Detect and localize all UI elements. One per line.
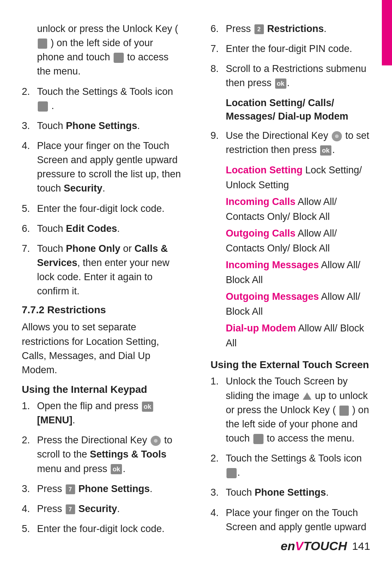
item-body: Place your finger on the Touch Screen an…: [37, 139, 181, 196]
settings-tools-icon: [38, 101, 48, 112]
brand-en: en: [281, 539, 295, 553]
location-header: Location Setting/ Calls/Messages/ Dial-u…: [226, 96, 370, 124]
restriction-label-dialup: Dial-up Modem: [226, 323, 296, 334]
settings-icon-2: [253, 434, 264, 444]
item-body: Open the flip and press ok [MENU].: [37, 399, 181, 427]
bold-security: Security: [78, 503, 117, 514]
restriction-incoming-messages: Incoming Messages Allow All/ Block All: [226, 258, 370, 287]
item-text: Touch the Settings & Tools icon: [37, 86, 173, 97]
item-body: Touch the Settings & Tools icon .: [37, 85, 181, 113]
restriction-label-location: Location Setting: [226, 165, 303, 176]
bold-phone-settings: Phone Settings: [78, 483, 150, 494]
ext-item-4: 4. Place your finger on the Touch Screen…: [211, 506, 370, 534]
item-num: 1.: [211, 374, 226, 446]
item-body: Place your finger on the Touch Screen an…: [226, 506, 370, 534]
settings-icon: [114, 53, 124, 63]
item-body: Touch Phone Settings.: [37, 119, 181, 133]
item-body: Press the Directional Key to scroll to t…: [37, 433, 181, 476]
internal-item-2: 2. Press the Directional Key to scroll t…: [22, 433, 181, 476]
bold-menu: [MENU]: [37, 415, 72, 426]
num7-icon: 7: [66, 484, 75, 494]
item-num: 4.: [22, 139, 37, 196]
footer: enVTOUCH 141: [281, 539, 370, 553]
item-num: 4.: [211, 506, 226, 534]
bold-security: Security: [64, 183, 103, 194]
item-body: Enter the four-digit lock code.: [37, 202, 181, 216]
internal-item-4: 4. Press 7 Security.: [22, 502, 181, 516]
item-body: Scroll to a Restrictions submenu then pr…: [226, 62, 370, 90]
restriction-dialup-modem: Dial-up Modem Allow All/ Block All: [226, 321, 370, 350]
left-column: unlock or press the Unlock Key ( ) on th…: [22, 22, 189, 542]
item-num: 5.: [22, 202, 37, 216]
list-item-2: 2. Touch the Settings & Tools icon .: [22, 85, 181, 113]
ok-icon-4: ok: [320, 145, 331, 156]
ext-item-1: 1. Unlock the Touch Screen by sliding th…: [211, 374, 370, 446]
continued-item: unlock or press the Unlock Key ( ) on th…: [22, 22, 181, 79]
restriction-label-incoming-messages: Incoming Messages: [226, 259, 319, 270]
external-touch-screen-heading: Using the External Touch Screen: [211, 359, 370, 371]
internal-keypad-heading: Using the Internal Keypad: [22, 384, 181, 395]
brand-touch: TOUCH: [303, 539, 347, 553]
item-num: 6.: [22, 222, 37, 236]
internal-item-1: 1. Open the flip and press ok [MENU].: [22, 399, 181, 427]
triangle-icon: [303, 392, 311, 400]
item-body: Touch Edit Codes.: [37, 222, 181, 236]
item-num: 3.: [22, 119, 37, 133]
item-body: unlock or press the Unlock Key ( ) on th…: [37, 22, 181, 79]
item-text-end: .: [52, 100, 54, 111]
right-item-8: 8. Scroll to a Restrictions submenu then…: [211, 62, 370, 90]
unlock-key-icon-2: [339, 406, 349, 416]
item-body: Touch Phone Only or Calls & Services, th…: [37, 242, 181, 299]
page-content: unlock or press the Unlock Key ( ) on th…: [0, 0, 392, 564]
item-num: [22, 22, 37, 79]
item-body: Enter the four-digit PIN code.: [226, 42, 370, 56]
settings-tools-icon-2: [226, 468, 237, 478]
num2-icon: 2: [254, 24, 264, 34]
item-body: Press 7 Phone Settings.: [37, 482, 181, 496]
item-num: 7.: [22, 242, 37, 299]
item-num: 5.: [22, 522, 37, 536]
restriction-outgoing-calls: Outgoing Calls Allow All/ Contacts Only/…: [226, 226, 370, 255]
item-body: Unlock the Touch Screen by sliding the i…: [226, 374, 370, 446]
right-item-6: 6. Press 2 Restrictions.: [211, 22, 370, 36]
restriction-label-outgoing-calls: Outgoing Calls: [226, 228, 295, 239]
restriction-incoming-calls: Incoming Calls Allow All/ Contacts Only/…: [226, 194, 370, 224]
restriction-outgoing-messages: Outgoing Messages Allow All/ Block All: [226, 289, 370, 319]
page-number: 141: [352, 540, 370, 552]
ok-icon: ok: [142, 402, 153, 412]
bold-phone-only: Phone Only: [66, 243, 121, 254]
restriction-label-outgoing-messages: Outgoing Messages: [226, 291, 319, 302]
item-num: 2.: [22, 433, 37, 476]
item-body: Press 2 Restrictions.: [226, 22, 370, 36]
item-num: 9.: [211, 129, 226, 157]
list-item-5: 5. Enter the four-digit lock code.: [22, 202, 181, 216]
bold-text: Phone Settings: [66, 120, 138, 131]
right-item-9: 9. Use the Directional Key to set restri…: [211, 129, 370, 157]
pink-bar: [382, 0, 392, 65]
item-num: 2.: [211, 451, 226, 480]
section-772-body: Allows you to set separate restrictions …: [22, 320, 181, 377]
item-body: Touch Phone Settings.: [226, 486, 370, 500]
bold-settings-tools: Settings & Tools: [90, 449, 167, 460]
right-item-7: 7. Enter the four-digit PIN code.: [211, 42, 370, 56]
item-num: 8.: [211, 62, 226, 90]
item-num: 6.: [211, 22, 226, 36]
bold-restrictions: Restrictions: [267, 23, 324, 34]
dir-key-icon: [332, 131, 342, 141]
bold-edit-codes: Edit Codes: [66, 223, 117, 234]
internal-item-5: 5. Enter the four-digit lock code.: [22, 522, 181, 536]
item-num: 1.: [22, 399, 37, 427]
list-item-6: 6. Touch Edit Codes.: [22, 222, 181, 236]
item-body: Use the Directional Key to set restricti…: [226, 129, 370, 157]
unlock-key-icon: [38, 39, 47, 49]
item-body: Press 7 Security.: [37, 502, 181, 516]
bold-phone-settings-2: Phone Settings: [255, 487, 326, 498]
brand-v: V: [295, 539, 303, 553]
num7b-icon: 7: [66, 504, 75, 514]
item-body: Enter the four-digit lock code.: [37, 522, 181, 536]
list-item-4: 4. Place your finger on the Touch Screen…: [22, 139, 181, 196]
item-num: 3.: [211, 486, 226, 500]
item-num: 3.: [22, 482, 37, 496]
restriction-label-incoming-calls: Incoming Calls: [226, 196, 295, 207]
ext-item-3: 3. Touch Phone Settings.: [211, 486, 370, 500]
